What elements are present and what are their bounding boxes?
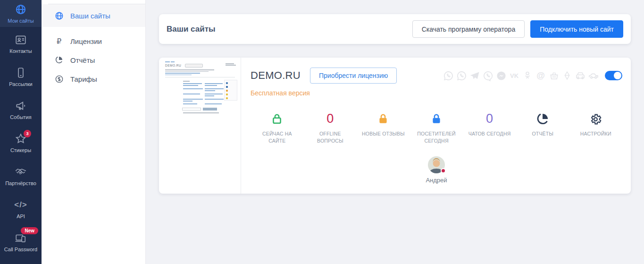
code-icon: </> [15,199,27,211]
gem-icon [561,70,573,81]
sidebar-item-label: Контакты [9,48,32,54]
shop-basket-icon [548,70,560,81]
sidebar-item-label: API [17,213,25,219]
phone-icon [15,67,27,79]
primary-sidebar: Мои сайты Контакты Рассылки События [0,0,42,264]
lock-icon [410,111,463,126]
secondary-sidebar: Ваши сайты ₽ Лицензии Отчёты Тарифы [42,0,145,264]
sidebar-item-events[interactable]: События [0,93,42,126]
operator-avatar[interactable] [428,156,445,173]
site-thumbnail[interactable]: DEMO.RU [159,58,241,194]
odnoklassniki-icon [522,70,533,81]
subnav-item-label: Отчёты [70,56,95,64]
whatsapp-business-icon [456,70,467,81]
sidebar-item-label: Партнёрство [5,180,36,186]
stat-online-now[interactable]: СЕЙЧАС НА САЙТЕ [251,111,304,145]
viber-icon [482,70,493,81]
devices-icon: New [15,232,27,244]
operator-name: Андрей [426,177,447,184]
stat-offline-questions[interactable]: 0 OFFLINE ВОПРОСЫ [304,111,357,145]
connect-new-site-button[interactable]: Подключить новый сайт [530,20,623,38]
sidebar-item-label: Рассылки [9,81,32,87]
star-icon: 3 [15,133,27,145]
telegram-icon [469,70,480,81]
stats-row: СЕЙЧАС НА САЙТЕ 0 OFFLINE ВОПРОСЫ НОВЫЕ … [251,111,622,145]
stat-settings[interactable]: НАСТРОЙКИ [569,111,622,145]
pie-chart-icon [54,55,64,65]
main-content: Ваши сайты Скачать программу оператора П… [145,0,644,264]
stat-new-reviews[interactable]: НОВЫЕ ОТЗЫВЫ [357,111,410,145]
gear-icon [569,111,622,126]
subnav-item-label: Ваши сайты [70,12,110,20]
sidebar-item-label: Мои сайты [8,18,33,24]
thumb-submit [203,108,217,111]
sidebar-item-contacts[interactable]: Контакты [0,27,42,60]
megaphone-icon [15,100,27,112]
subnav-item-tariffs[interactable]: Тарифы [42,69,145,88]
thumb-domain-text: DEMO.RU [165,64,181,67]
subnav-item-label: Лицензии [70,37,102,45]
lock-icon [357,111,410,126]
site-card-content: DEMO.RU Приобрести лицензию [241,58,631,194]
email-icon: @ [535,70,546,81]
thumb-button [185,64,203,68]
channel-icons: VK @ [443,70,599,81]
subnav-item-label: Тарифы [70,75,97,83]
sidebar-item-label: События [10,114,31,120]
stickers-count-badge: 3 [24,130,31,137]
sidebar-item-my-sites[interactable]: Мои сайты [0,0,42,27]
operator: Андрей [251,156,622,184]
lock-icon [251,111,304,126]
site-card: DEMO.RU [159,58,631,194]
whatsapp-icon [443,70,454,81]
subnav-item-licenses[interactable]: ₽ Лицензии [42,32,145,51]
call-password-new-badge: New [21,227,38,234]
stat-chats-today[interactable]: 0 ЧАТОВ СЕГОДНЯ [463,111,516,145]
page-header: Ваши сайты Скачать программу оператора П… [159,14,631,44]
toggle-knob [614,72,621,79]
car-side-icon [588,70,599,81]
operator-status-dot [441,168,446,173]
sidebar-item-label: Стикеры [10,147,31,153]
sidebar-item-call-password[interactable]: New Call Password [0,225,42,258]
handshake-icon [15,166,27,178]
globe-icon [54,11,64,20]
ruble-icon: ₽ [54,36,64,46]
download-operator-app-button[interactable]: Скачать программу оператора [412,20,525,38]
site-thumbnail-preview: DEMO.RU [161,60,239,115]
page-title: Ваши сайты [167,25,412,34]
thumb-input [182,108,201,111]
site-active-toggle[interactable] [605,71,622,80]
stat-reports[interactable]: ОТЧЁТЫ [516,111,569,145]
stat-value: 0 [326,111,334,126]
contacts-icon [15,34,27,46]
buy-license-button[interactable]: Приобрести лицензию [310,68,397,84]
pie-chart-icon [516,111,569,126]
subnav-item-reports[interactable]: Отчёты [42,51,145,69]
globe-icon [15,3,27,16]
sidebar-item-label: Call Password [4,247,37,252]
car-front-icon [575,70,586,81]
sidebar-item-mailings[interactable]: Рассылки [0,60,42,93]
messenger-icon [495,70,507,81]
vk-icon: VK [509,70,520,81]
plan-label: Бесплатная версия [251,89,622,97]
stat-value: 0 [486,111,493,126]
subnav-top-divider [48,4,145,4]
sidebar-item-partnership[interactable]: Партнёрство [0,159,42,192]
dollar-circle-icon [54,74,64,84]
stat-visitors-today[interactable]: ПОСЕТИТЕЛЕЙ СЕГОДНЯ [410,111,463,145]
thumb-sidebar [224,80,237,101]
site-domain: DEMO.RU [251,69,301,82]
sidebar-item-stickers[interactable]: 3 Стикеры [0,126,42,159]
subnav-item-your-sites[interactable]: Ваши сайты [42,4,145,27]
sidebar-item-api[interactable]: </> API [0,192,42,225]
